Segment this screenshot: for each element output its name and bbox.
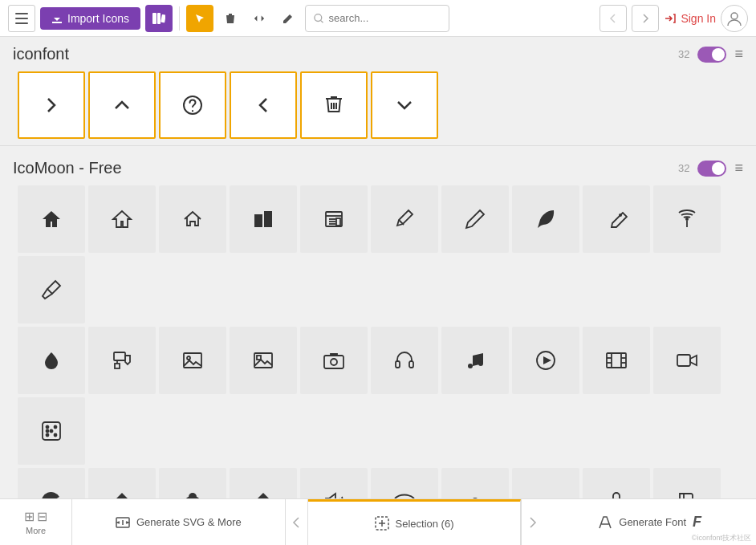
back-button[interactable] [600, 5, 627, 32]
icon-image2[interactable] [230, 327, 297, 394]
selection-left-arrow[interactable] [286, 499, 308, 545]
font-italic-icon: F [693, 514, 701, 531]
search-input[interactable] [328, 12, 441, 24]
icon-spades[interactable] [88, 468, 156, 498]
icon-chevron-right[interactable] [18, 71, 85, 139]
svg-rect-28 [336, 218, 340, 226]
icon-bullhorn[interactable] [300, 468, 368, 498]
icon-broadcast[interactable] [653, 185, 721, 253]
svg-point-6 [315, 14, 322, 21]
svg-point-65 [189, 493, 197, 498]
edit-button[interactable] [276, 6, 300, 31]
svg-rect-70 [613, 493, 620, 498]
icon-pacman[interactable] [18, 468, 85, 498]
icon-pencil2[interactable] [441, 185, 509, 253]
icon-video-camera[interactable] [653, 327, 721, 394]
sign-in-icon [664, 12, 677, 25]
iconfont-menu[interactable]: ≡ [734, 46, 743, 63]
icon-chevron-up[interactable] [88, 71, 156, 139]
icon-play[interactable] [512, 327, 579, 394]
iconfont-count: 32 [678, 48, 689, 60]
icon-newspaper[interactable] [300, 185, 368, 253]
icon-diamonds[interactable] [230, 468, 297, 498]
icon-mic[interactable] [583, 468, 650, 498]
forward-button[interactable] [632, 5, 659, 32]
svg-point-44 [478, 361, 483, 366]
library-button[interactable] [145, 5, 173, 32]
icon-image1[interactable] [159, 327, 226, 394]
generate-svg-label: Generate SVG & More [136, 516, 242, 528]
svg-point-62 [51, 494, 53, 497]
icomoon-row2 [13, 325, 743, 466]
icon-trash[interactable] [300, 71, 368, 139]
svg-rect-41 [396, 361, 400, 368]
svg-rect-47 [607, 353, 626, 368]
svg-rect-35 [184, 353, 201, 368]
svg-point-43 [468, 364, 473, 368]
svg-rect-38 [257, 356, 261, 360]
bottom-bar: ⊞ ⊟ More Generate SVG & More Selection (… [0, 498, 756, 545]
icon-dice[interactable] [18, 397, 85, 465]
icon-film[interactable] [583, 327, 650, 394]
avatar-button[interactable] [721, 5, 748, 32]
icon-office[interactable] [230, 185, 297, 253]
icomoon-count: 32 [678, 162, 689, 174]
menu-button[interactable] [8, 5, 35, 32]
svg-rect-20 [270, 218, 271, 219]
more-section[interactable]: ⊞ ⊟ More [0, 499, 72, 545]
icon-signal[interactable] [512, 468, 579, 498]
svg-rect-22 [270, 222, 271, 224]
svg-rect-3 [152, 13, 156, 24]
svg-rect-16 [260, 217, 262, 218]
svg-rect-4 [157, 13, 161, 24]
icon-wifi[interactable] [371, 468, 438, 498]
icomoon-section: IcoMoon - Free 32 ≡ [0, 151, 756, 498]
svg-rect-39 [324, 356, 343, 368]
icon-paint-format[interactable] [88, 327, 156, 394]
select-tool-button[interactable] [186, 5, 213, 32]
svg-rect-33 [114, 352, 125, 360]
icon-book[interactable] [653, 468, 721, 498]
selection-right-arrow[interactable] [521, 499, 543, 545]
import-icons-button[interactable]: Import Icons [40, 7, 140, 30]
icon-question[interactable] [159, 71, 226, 139]
icon-podcast[interactable] [441, 468, 509, 498]
generate-font-label: Generate Font [619, 516, 686, 528]
icon-pen[interactable] [583, 185, 650, 253]
icon-drop[interactable] [18, 327, 85, 394]
svg-point-30 [619, 214, 622, 217]
icon-headphones[interactable] [371, 327, 438, 394]
svg-point-8 [731, 13, 738, 19]
move-button[interactable] [247, 6, 271, 31]
icon-chevron-left[interactable] [230, 71, 297, 139]
svg-point-36 [187, 356, 190, 360]
icon-home2[interactable] [88, 185, 156, 253]
icon-chevron-down[interactable] [371, 71, 438, 139]
icon-clubs[interactable] [159, 468, 226, 498]
svg-rect-21 [266, 222, 268, 224]
svg-icon [116, 515, 130, 530]
sign-in-button[interactable]: Sign In [664, 12, 716, 25]
svg-rect-15 [257, 217, 258, 218]
generate-svg-section[interactable]: Generate SVG & More [72, 499, 286, 545]
search-box [305, 5, 449, 32]
delete-button[interactable] [218, 6, 242, 31]
icon-quill[interactable] [512, 185, 579, 253]
icon-music[interactable] [441, 327, 509, 394]
font-icon [598, 515, 612, 530]
svg-rect-1 [15, 18, 28, 19]
iconfont-title: iconfont [13, 45, 678, 63]
icomoon-menu[interactable]: ≡ [734, 160, 743, 177]
svg-rect-54 [677, 355, 690, 366]
svg-point-58 [55, 434, 57, 437]
iconfont-toggle[interactable] [697, 47, 726, 63]
icon-pencil1[interactable] [371, 185, 438, 253]
icon-camera[interactable] [300, 327, 368, 394]
icomoon-toggle[interactable] [697, 161, 726, 177]
icon-home1[interactable] [18, 185, 85, 253]
selection-section[interactable]: Selection (6) [308, 499, 522, 545]
svg-rect-0 [15, 13, 28, 14]
icon-dropper[interactable] [18, 256, 85, 323]
svg-point-40 [331, 359, 337, 365]
icon-home3[interactable] [159, 185, 226, 253]
